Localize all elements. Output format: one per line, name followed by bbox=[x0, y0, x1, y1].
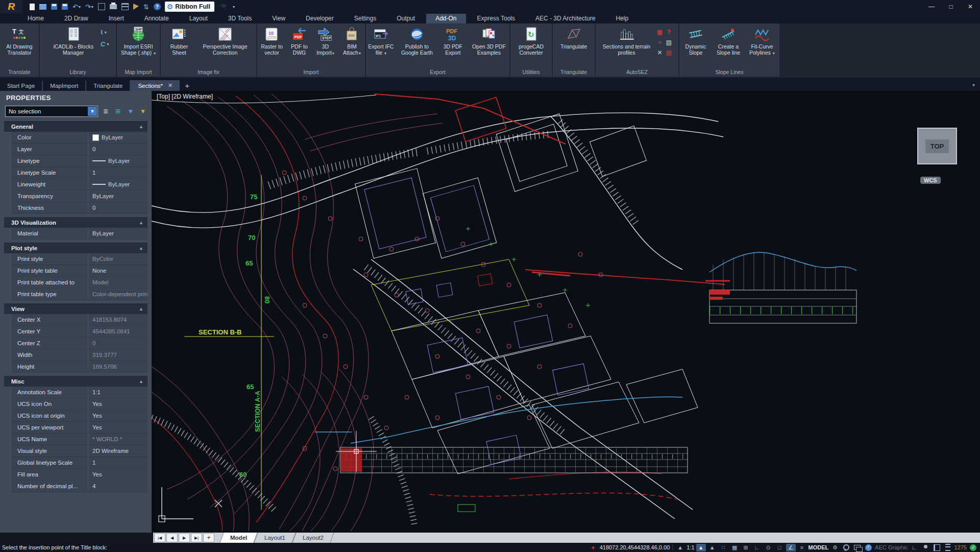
section-header[interactable]: Plot style▲ bbox=[4, 243, 148, 253]
doc-tab-sections[interactable]: Sections*✕ bbox=[130, 80, 180, 91]
import-esri-shape-button[interactable]: SHP Import ESRI Shape (.shp) ▾ bbox=[117, 25, 159, 57]
sections-terrain-profiles-button[interactable]: Sections and terrain profiles bbox=[601, 25, 653, 57]
tab-output[interactable]: Output bbox=[387, 14, 424, 23]
selection-dropdown[interactable]: No selection ▼ bbox=[5, 106, 98, 117]
save-icon[interactable] bbox=[51, 3, 57, 11]
tab-annotate[interactable]: Annotate bbox=[135, 14, 178, 23]
tab-insert[interactable]: Insert bbox=[100, 14, 133, 23]
command-list-icon[interactable] bbox=[943, 544, 953, 551]
tab-2d-draw[interactable]: 2D Draw bbox=[55, 14, 97, 23]
aec-graphic-toggle[interactable]: AEC Graphic bbox=[875, 544, 908, 550]
tab-help[interactable]: Help bbox=[606, 14, 638, 23]
app-logo[interactable]: R bbox=[0, 0, 22, 13]
section-grid-icon[interactable]: ▦ bbox=[655, 27, 665, 37]
grid-icon[interactable]: ▦ bbox=[730, 544, 740, 551]
triangulate-button[interactable]: Triangulate bbox=[553, 25, 594, 50]
create-slope-line-button[interactable]: Create a Slope line bbox=[712, 25, 745, 57]
undo-caret[interactable]: ▾ bbox=[79, 5, 81, 9]
perspective-image-correction-button[interactable]: Perspective Image Correction bbox=[196, 25, 254, 57]
quick-filter-icon[interactable]: ▼ bbox=[138, 107, 148, 116]
export-ifc-button[interactable]: IFC Export IFC file ▾ bbox=[366, 25, 396, 57]
drawing-canvas[interactable]: SECTION B-B SECTION A-A 75 70 65 80 65 6… bbox=[152, 91, 980, 533]
angle-icon[interactable]: ∠ bbox=[786, 544, 796, 551]
select-filter-icon[interactable]: ▼ bbox=[126, 107, 135, 116]
tab-scroll-caret[interactable]: ▾ bbox=[967, 79, 980, 91]
maximize-button[interactable]: □ bbox=[941, 0, 961, 13]
quick-select-tree-icon[interactable]: ≣ bbox=[101, 107, 110, 116]
open-file-icon[interactable] bbox=[39, 3, 46, 11]
fit-curve-polylines-button[interactable]: Fit-Curve Polylines ▾ bbox=[745, 25, 779, 57]
drawing-area[interactable]: SECTION B-B SECTION A-A 75 70 65 80 65 6… bbox=[152, 91, 980, 533]
esnap-settings-icon[interactable]: ▲ bbox=[707, 544, 717, 551]
raster-to-vector-button[interactable]: 10 Raster to vector bbox=[257, 25, 286, 57]
tab-settings[interactable]: Settings bbox=[345, 14, 385, 23]
publish-google-earth-button[interactable]: Publish to Google Earth bbox=[397, 25, 437, 57]
sync-icon[interactable]: ⇅ bbox=[143, 3, 149, 11]
quick-properties-icon[interactable] bbox=[121, 3, 129, 11]
tab-view[interactable]: View bbox=[263, 14, 295, 23]
tab-express-tools[interactable]: Express Tools bbox=[468, 14, 524, 23]
prev-tab-button[interactable]: ◀ bbox=[166, 533, 178, 542]
redo-icon[interactable]: ↷▾ bbox=[85, 3, 93, 11]
tab-add-on[interactable]: Add-On bbox=[426, 14, 465, 23]
tab-layout[interactable]: Layout bbox=[180, 14, 217, 23]
section-header[interactable]: Misc▲ bbox=[4, 376, 148, 387]
tab-home[interactable]: Home bbox=[18, 14, 53, 23]
last-tab-button[interactable]: ▶| bbox=[191, 533, 202, 542]
qat-overflow-caret[interactable]: ▾ bbox=[233, 5, 235, 9]
snap-step-icon[interactable]: ⊞ bbox=[741, 544, 751, 551]
new-file-icon[interactable] bbox=[30, 3, 35, 11]
ortho-icon[interactable]: ∟ bbox=[752, 544, 762, 551]
model-space-button[interactable]: MODEL bbox=[808, 544, 829, 550]
user-icon[interactable] bbox=[921, 544, 930, 551]
snap-marker-icon[interactable]: ▲ bbox=[675, 544, 685, 551]
plot-style-icon[interactable] bbox=[932, 544, 942, 551]
section-header[interactable]: View▲ bbox=[4, 303, 148, 314]
ribbon-mode-button[interactable]: ⚙ Ribbon Full bbox=[165, 2, 214, 12]
next-tab-button[interactable]: ▶ bbox=[179, 533, 190, 542]
section-header[interactable]: 3D Visualization▲ bbox=[4, 217, 148, 228]
status-ok-icon[interactable]: ✓ bbox=[968, 544, 978, 551]
cascade-windows-icon[interactable] bbox=[852, 544, 862, 551]
save-as-icon[interactable] bbox=[62, 3, 68, 11]
annotation-scale-value[interactable]: 1:1 bbox=[687, 544, 694, 550]
section-header[interactable]: General▲ bbox=[4, 121, 148, 132]
tab-3d-tools[interactable]: 3D Tools bbox=[219, 14, 261, 23]
new-tab-button[interactable]: + bbox=[180, 80, 194, 91]
tab-aec-3d-architecture[interactable]: AEC - 3D Architecture bbox=[526, 14, 604, 23]
3d-pdf-export-button[interactable]: PDF3D 3D PDF Export bbox=[438, 25, 468, 57]
doc-tab-triangulate[interactable]: Triangulate bbox=[85, 81, 130, 91]
clean-screen-icon[interactable] bbox=[133, 3, 139, 11]
redo-caret[interactable]: ▾ bbox=[91, 5, 93, 9]
chevron-down-icon[interactable]: ▼ bbox=[88, 107, 97, 116]
add-selection-icon[interactable]: ⊞ bbox=[113, 107, 122, 116]
polar-icon[interactable]: ⊙ bbox=[764, 544, 773, 551]
minimize-button[interactable]: — bbox=[922, 0, 941, 13]
blocks-manager-button[interactable]: iCADLib - Blocks Manager bbox=[47, 25, 100, 57]
dot-grid-icon[interactable]: ∷ bbox=[719, 544, 728, 551]
dynamic-slope-button[interactable]: Dynamic Slope bbox=[680, 25, 712, 57]
text-style-button[interactable]: I▾ bbox=[101, 28, 109, 36]
undo-icon[interactable]: ↶▾ bbox=[72, 3, 81, 11]
plot-preview-icon[interactable] bbox=[98, 3, 105, 11]
esnap-icon[interactable]: ▲ bbox=[696, 544, 706, 551]
report-doc-icon[interactable]: ▤ bbox=[665, 47, 674, 58]
view-cube[interactable]: TOP bbox=[917, 128, 957, 164]
close-tab-icon[interactable]: ✕ bbox=[168, 82, 173, 89]
annotation-badge-icon[interactable] bbox=[841, 544, 851, 551]
print-icon[interactable] bbox=[110, 3, 117, 11]
3d-import-button[interactable]: STEP 3D Import▾ bbox=[312, 25, 338, 57]
profile-doc-icon[interactable]: ▤ bbox=[665, 37, 674, 47]
ai-drawing-translator-button[interactable]: T文 AI Drawing Translator bbox=[1, 25, 38, 57]
tab-developer[interactable]: Developer bbox=[297, 14, 343, 23]
doc-tab-mapimport[interactable]: MapImport bbox=[42, 81, 85, 91]
model-tab[interactable]: Model bbox=[219, 533, 258, 543]
ucs-icon[interactable]: ∟ bbox=[910, 544, 919, 551]
tracking-icon[interactable]: + bbox=[589, 544, 598, 551]
section-help-icon[interactable]: ? bbox=[665, 27, 674, 37]
first-tab-button[interactable]: |◀ bbox=[154, 533, 165, 542]
profile-wave-icon[interactable]: ≈ bbox=[655, 37, 665, 47]
close-button[interactable]: ✕ bbox=[961, 0, 980, 13]
gear-icon[interactable]: ⚙ bbox=[830, 544, 840, 551]
pdf-to-dwg-button[interactable]: PDF PDF to DWG bbox=[287, 25, 312, 57]
